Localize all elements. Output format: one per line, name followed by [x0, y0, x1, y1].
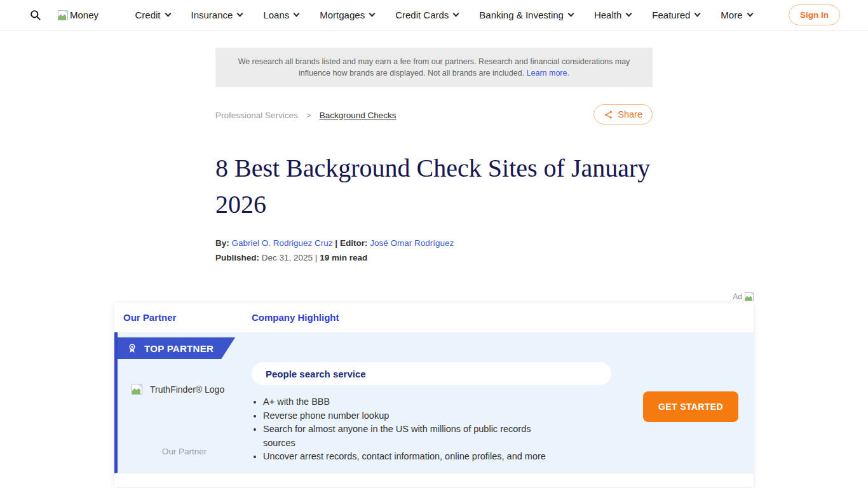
logo-alt-text: Money [70, 10, 98, 20]
disclosure-text: We research all brands listed and may ea… [238, 57, 630, 78]
byline: By: Gabriel O. Rodriguez Cruz | Editor: … [215, 238, 653, 248]
editor-label: Editor: [340, 238, 368, 248]
money-logo[interactable]: Money [58, 10, 98, 20]
next-table-row-partial [114, 473, 754, 487]
advertiser-disclosure: We research all brands listed and may ea… [215, 48, 653, 87]
feature-item: Reverse phone number lookup [263, 409, 563, 423]
search-icon [29, 9, 41, 21]
column-header-our-partner: Our Partner [123, 303, 176, 332]
share-icon [604, 110, 613, 119]
breadcrumb-row: Professional Services > Background Check… [215, 104, 653, 126]
sign-in-button[interactable]: Sign In [789, 4, 840, 25]
top-partner-badge: TOP PARTNER [118, 337, 235, 359]
nav-item-featured[interactable]: Featured [652, 10, 700, 20]
nav-item-credit-cards[interactable]: Credit Cards [395, 10, 458, 20]
partner-feature-list: A+ with the BBB Reverse phone number loo… [252, 395, 563, 464]
search-button[interactable] [29, 9, 41, 21]
breadcrumb-parent-link[interactable]: Professional Services [215, 111, 298, 120]
top-partner-badge-label: TOP PARTNER [144, 343, 214, 354]
by-label: By: [215, 238, 229, 248]
nav-item-label: Insurance [191, 10, 233, 20]
broken-image-icon [132, 384, 142, 395]
chevron-down-icon [453, 11, 459, 17]
ad-label-row: Ad [114, 292, 754, 302]
chevron-down-icon [369, 11, 376, 17]
nav-item-label: Loans [263, 10, 289, 20]
chevron-down-icon [747, 11, 753, 17]
page-title: 8 Best Background Check Sites of January… [215, 150, 653, 222]
page-content: We research all brands listed and may ea… [114, 48, 754, 487]
column-header-company-highlight: Company Highlight [252, 303, 339, 332]
nav-item-label: More [721, 10, 742, 20]
breadcrumb-current-link[interactable]: Background Checks [320, 111, 397, 120]
company-highlight-pill: People search service [252, 362, 611, 385]
feature-item: A+ with the BBB [263, 395, 563, 409]
nav-item-label: Featured [652, 10, 690, 20]
broken-image-icon [745, 292, 754, 301]
nav-item-mortgages[interactable]: Mortgages [320, 10, 374, 20]
top-partner-card: TOP PARTNER TruthFinder® Logo Our Partne… [114, 332, 754, 473]
chevron-down-icon [237, 11, 243, 17]
nav-item-label: Mortgages [320, 10, 365, 20]
published-label: Published: [215, 253, 259, 262]
our-partner-caption: Our Partner [118, 447, 251, 456]
byline-divider: | [335, 238, 337, 248]
nav-item-label: Credit [135, 10, 161, 20]
feature-item: Uncover arrest records, contact informat… [263, 450, 563, 464]
nav-item-insurance[interactable]: Insurance [191, 10, 243, 20]
learn-more-link[interactable]: Learn more [527, 69, 567, 78]
nav-item-more[interactable]: More [721, 10, 752, 20]
breadcrumb-separator: > [306, 111, 311, 120]
chevron-down-icon [626, 11, 632, 17]
chevron-down-icon [165, 11, 171, 17]
nav-item-credit[interactable]: Credit [135, 10, 170, 20]
chevron-down-icon [294, 11, 300, 17]
feature-item: Search for almost anyone in the US with … [263, 423, 563, 450]
partner-logo-alt-text: TruthFinder® Logo [150, 384, 224, 395]
nav-item-loans[interactable]: Loans [263, 10, 299, 20]
nav-item-banking-investing[interactable]: Banking & Investing [479, 10, 573, 20]
award-ribbon-icon [126, 342, 138, 354]
disclosure-period: . [567, 69, 569, 78]
read-time: 19 min read [320, 253, 367, 262]
share-button-label: Share [618, 109, 642, 119]
share-button[interactable]: Share [593, 104, 653, 125]
chevron-down-icon [695, 11, 701, 17]
partner-logo[interactable]: TruthFinder® Logo [132, 384, 224, 395]
editor-link[interactable]: José Omar Rodríguez [370, 238, 454, 248]
chevron-down-icon [567, 11, 574, 17]
published-row: Published: Dec 31, 2025 | 19 min read [215, 252, 653, 263]
author-link[interactable]: Gabriel O. Rodriguez Cruz [232, 238, 333, 248]
get-started-button[interactable]: GET STARTED [643, 391, 738, 422]
nav-item-label: Banking & Investing [479, 10, 564, 20]
partner-comparison-table: Our Partner Company Highlight TOP PARTNE… [114, 303, 754, 487]
main-navigation: Credit Insurance Loans Mortgages Credit … [98, 10, 789, 20]
ad-label: Ad [733, 292, 742, 301]
nav-item-label: Health [594, 10, 621, 20]
nav-item-label: Credit Cards [395, 10, 449, 20]
broken-image-icon [58, 10, 68, 20]
top-navigation-bar: Money Credit Insurance Loans Mortgages C… [0, 0, 868, 30]
published-divider: | [315, 253, 318, 262]
nav-item-health[interactable]: Health [594, 10, 631, 20]
table-header-row: Our Partner Company Highlight [114, 303, 754, 332]
published-date: Dec 31, 2025 [262, 253, 313, 262]
breadcrumb: Professional Services > Background Check… [215, 111, 397, 120]
